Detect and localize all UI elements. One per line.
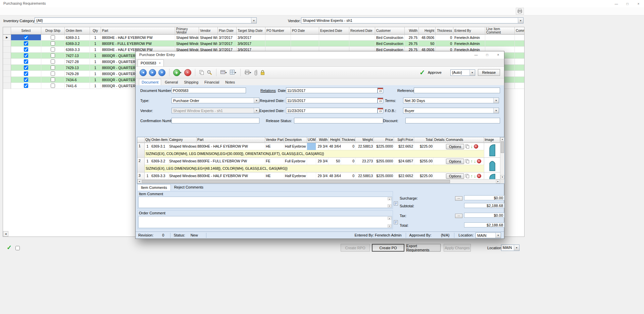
item-options-dropdown-icon[interactable]: ▼ [225, 71, 227, 74]
drop-ship-checkbox[interactable] [51, 84, 55, 88]
req-cell-qty[interactable]: 1 [90, 77, 101, 83]
req-column-header[interactable]: Line Item Comment [485, 27, 515, 35]
req-cell-primary_vendor[interactable]: Shaped Windo... [175, 41, 199, 47]
req-cell-qty[interactable]: 1 [90, 65, 101, 71]
tax-value[interactable]: $0.00 [464, 213, 504, 218]
hscroll-thumb[interactable] [142, 180, 450, 183]
footer-checkbox-input[interactable] [15, 246, 20, 250]
items-column-header[interactable]: UOM [307, 137, 316, 143]
items-column-header[interactable]: Total [414, 137, 434, 143]
req-cell-drop_ship[interactable] [41, 47, 65, 53]
item-cell-weight[interactable]: 23.273 [355, 158, 374, 165]
scroll-left-icon[interactable]: ◄ [137, 179, 141, 184]
tab-financial[interactable]: Financial [202, 79, 221, 85]
req-cell-part[interactable]: 8800FE - FULL EYEBROW PW [101, 41, 175, 47]
item-shape-image[interactable] [484, 158, 500, 172]
tab-document[interactable]: Document [139, 79, 161, 85]
drop-ship-checkbox[interactable] [51, 35, 55, 40]
item-cell-vendor_part[interactable]: FE [265, 158, 284, 165]
req-cell-received_date[interactable] [349, 35, 375, 41]
items-column-header[interactable]: Height [329, 137, 341, 143]
req-column-header[interactable]: PO Number [265, 27, 291, 35]
approve-label[interactable]: Approve [428, 70, 442, 74]
po-item-row[interactable]: 216369-3.2Shaped Windows8800FE - FULL EY… [137, 158, 500, 172]
move-down-icon[interactable]: ↓ [470, 144, 473, 149]
drop-ship-checkbox[interactable] [51, 47, 55, 52]
date-calendar-button[interactable]: 15 [378, 88, 383, 93]
req-cell-height[interactable]: 48.0506 [419, 35, 436, 41]
req-column-header[interactable]: Entered By [453, 27, 485, 35]
select-checkbox[interactable] [24, 47, 28, 52]
tab-item-comments[interactable]: Item Comments [137, 184, 171, 191]
item-cell-part[interactable]: 8800HE - HALF EYEBROW PW [197, 172, 265, 179]
item-cell-width[interactable]: 29 3/4 [316, 158, 329, 165]
item-cell-description[interactable]: Half Eyebrow [284, 143, 307, 150]
copy-row-icon[interactable] [465, 144, 469, 149]
req-column-header[interactable]: Height [419, 27, 436, 35]
items-column-header[interactable]: Vendor Part [265, 137, 284, 143]
item-cell-category[interactable]: Shaped Windows [168, 158, 197, 165]
req-grid-row[interactable]: 6369-3.218800FE - FULL EYEBROW PWShaped … [3, 41, 524, 47]
req-cell-select[interactable] [11, 71, 41, 77]
reference-input[interactable] [414, 88, 500, 93]
item-cell-thickness[interactable]: 0 [341, 143, 355, 150]
req-cell-drop_ship[interactable] [41, 59, 65, 65]
order-comment-input[interactable]: ▲ ▼ [138, 216, 392, 228]
item-cell-details[interactable] [434, 143, 445, 150]
req-cell-order_item[interactable]: 7427-13 [65, 53, 90, 59]
req-column-header[interactable]: Qty [90, 27, 101, 35]
drop-ship-checkbox[interactable] [51, 53, 55, 58]
req-cell-comm[interactable] [515, 53, 525, 59]
req-cell-comm[interactable] [515, 35, 525, 41]
req-cell-primary_vendor[interactable]: Shaped Windo... [175, 35, 199, 41]
surcharge-value[interactable]: $0.00 [464, 195, 504, 200]
req-cell-target_ship_date[interactable]: 3/9/2017 [237, 35, 265, 41]
item-cell-vendor_part[interactable]: HE [265, 143, 284, 150]
req-cell-select[interactable] [11, 47, 41, 53]
item-comment-scrollbar[interactable]: ▲ ▼ [388, 197, 391, 207]
item-cell-price[interactable]: $225.0000 [374, 172, 394, 179]
req-cell-qty[interactable]: 1 [90, 35, 101, 41]
req-cell-expected_date[interactable] [319, 41, 349, 47]
item-cell-uom[interactable] [307, 143, 316, 150]
item-cell-uom[interactable] [307, 158, 316, 165]
inventory-category-select[interactable]: {All}▼ [35, 17, 257, 23]
items-column-header[interactable]: Commands [445, 137, 484, 143]
req-cell-customer[interactable]: Bird Construction [375, 41, 405, 47]
items-hscrollbar[interactable]: ◄ ► [137, 179, 500, 184]
req-cell-comm[interactable] [515, 71, 525, 77]
select-checkbox[interactable] [24, 53, 28, 58]
req-column-header[interactable]: Vendor [199, 27, 218, 35]
apply-changes-button[interactable]: Apply Changes [444, 244, 471, 252]
req-cell-order_item[interactable]: 6369-3.1 [65, 35, 90, 41]
date-input[interactable]: 11/15/2017 [286, 88, 378, 93]
req-cell-order_item[interactable]: 6369-3.2 [65, 41, 90, 47]
req-cell-select[interactable] [11, 53, 41, 59]
move-up-icon[interactable]: ↑ [470, 159, 473, 163]
req-cell-po_date[interactable] [291, 35, 319, 41]
req-column-header[interactable]: Comm... [515, 27, 525, 35]
req-column-header[interactable]: Expected Date [319, 27, 349, 35]
select-checkbox[interactable] [24, 84, 28, 88]
req-column-header[interactable]: Order-Item [65, 27, 90, 35]
req-cell-po_number[interactable] [265, 35, 291, 41]
forward-icon[interactable]: ► [149, 69, 156, 76]
req-cell-customer[interactable]: Bird Construction [375, 35, 405, 41]
order-comment-detail-icon[interactable] [393, 220, 398, 225]
item-cell-width[interactable]: 29 3/4 [316, 143, 329, 150]
item-cell-order_item[interactable]: 6369-3.3 [151, 172, 168, 179]
req-cell-width[interactable]: 29.75 [405, 35, 419, 41]
item-cell-thickness[interactable]: 0 [341, 158, 355, 165]
req-column-header[interactable] [3, 27, 11, 35]
item-cell-category[interactable]: Shaped Windows [168, 172, 197, 179]
item-cell-commands[interactable]: Options↑↓× [445, 158, 484, 165]
items-column-header[interactable]: Thickness [341, 137, 355, 143]
back-icon[interactable]: ◄ [140, 69, 147, 76]
items-column-header[interactable]: Price [374, 137, 394, 143]
discount-input[interactable] [405, 118, 500, 123]
item-shape-image[interactable] [484, 143, 500, 157]
select-checkbox[interactable] [24, 71, 28, 76]
required-date-input[interactable]: 11/15/2017 [286, 98, 378, 103]
expected-date-calendar-button[interactable]: 15 [378, 108, 383, 113]
req-cell-entered_by[interactable]: Fenetech Admin [453, 41, 485, 47]
